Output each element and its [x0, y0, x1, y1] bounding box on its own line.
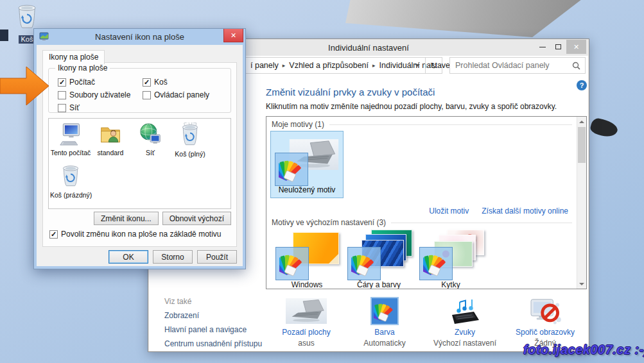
screensaver-icon — [528, 297, 562, 325]
checkbox-mark — [58, 91, 66, 99]
breadcrumb-separator-icon: ▸ — [372, 62, 376, 69]
maximize-button[interactable] — [550, 40, 566, 53]
theme-tile-unsaved[interactable]: Neuložený motiv — [270, 131, 344, 198]
search-input[interactable] — [450, 58, 585, 73]
theme-fan-icon — [347, 247, 381, 280]
recycle-bin-empty-icon — [60, 164, 82, 188]
color-value: Automaticky — [345, 339, 424, 348]
color-icon — [370, 297, 399, 325]
theme-fan-icon — [419, 247, 453, 280]
scrollbar[interactable] — [577, 117, 586, 289]
checkbox-user-files[interactable]: Soubory uživatele — [58, 90, 130, 99]
checkbox-allow-theme-icons[interactable]: ✓ Povolit změnu ikon na ploše na základě… — [49, 230, 221, 239]
theme-tile-label: Kytky — [415, 280, 487, 289]
sounds-icon — [448, 297, 482, 325]
save-theme-link[interactable]: Uložit motiv — [429, 207, 469, 215]
dialog-close-button[interactable]: ✕ — [223, 29, 243, 42]
desktop-background-item[interactable]: Pozadí plochy asus — [266, 296, 346, 348]
cancel-button[interactable]: Storno — [153, 250, 193, 264]
breadcrumb-separator-icon: ▸ — [283, 62, 286, 69]
close-button[interactable]: ✕ — [566, 40, 586, 54]
color-item[interactable]: Barva Automaticky — [345, 296, 424, 348]
dialog-titlebar[interactable]: Nastavení ikon na ploše — [34, 29, 245, 45]
sounds-item[interactable]: Zvuky Výchozí nastavení — [425, 296, 505, 348]
checkbox-control-panel[interactable]: Ovládací panely — [143, 90, 209, 99]
desktop-icon-settings-dialog: Nastavení ikon na ploše ✕ Ikony na ploše… — [33, 28, 246, 269]
checkbox-mark: ✓ — [58, 78, 66, 87]
page-subtitle: Kliknutím na motiv změníte najednou poza… — [266, 102, 557, 111]
sounds-label: Zvuky — [425, 328, 505, 337]
my-themes-header: Moje motivy (1) — [272, 120, 572, 129]
desktop-background-value: asus — [266, 339, 346, 348]
color-label: Barva — [345, 328, 424, 337]
theme-tile-windows[interactable]: Windows — [271, 228, 343, 289]
theme-tile-flowers[interactable]: Kytky — [415, 228, 487, 289]
theme-fan-icon — [275, 153, 308, 186]
tab-page: Ikony na ploše ✓ Počítač ✓ Koš Soubory u… — [42, 62, 237, 247]
wallpaper-laptop-lid — [345, 0, 588, 37]
page-title: Změnit vizuální prvky a zvuky v počítači — [266, 87, 435, 97]
watermark: foto.ijacek007.cz :-) — [523, 342, 644, 357]
desktop: Koš Individuální nastavení ✕ í panely ▸ … — [0, 0, 644, 363]
theme-tile-label: Windows — [271, 280, 343, 289]
sounds-value: Výchozí nastavení — [425, 339, 505, 348]
dialog-title: Nastavení ikon na ploše — [34, 32, 245, 42]
tab-desktop-icons[interactable]: Ikony na ploše — [42, 50, 105, 64]
checkbox-mark: ✓ — [143, 78, 151, 87]
search-box — [449, 57, 586, 74]
get-more-themes-link[interactable]: Získat další motivy online — [482, 207, 568, 215]
theme-fan-icon — [275, 247, 309, 280]
minimize-button[interactable] — [534, 40, 550, 53]
checkbox-network[interactable]: Síť — [58, 103, 80, 112]
breadcrumb-item-appearance[interactable]: Vzhled a přizpůsobení — [289, 61, 369, 70]
display-settings-icon — [39, 32, 49, 41]
checkbox-mark — [58, 104, 66, 112]
desktop-background-label: Pozadí plochy — [266, 328, 346, 337]
recycle-bin-full-icon — [179, 122, 201, 147]
icon-item-computer[interactable]: Tento počítač — [50, 122, 91, 156]
screensaver-item[interactable]: Spořič obrazovky Žádný — [505, 296, 585, 348]
theme-tile-label: Neuložený motiv — [271, 185, 343, 194]
icon-preview-list: Tento počítač standard Síť Koš (plný) — [48, 118, 231, 209]
checkbox-mark — [143, 91, 151, 99]
recycle-bin-icon — [15, 3, 39, 30]
scroll-up-icon[interactable] — [577, 117, 586, 126]
icon-item-user-folder[interactable]: standard — [90, 122, 131, 156]
theme-tile-label: Čáry a barvy — [343, 280, 415, 289]
icon-item-bin-full[interactable]: Koš (plný) — [170, 122, 211, 158]
refresh-button[interactable]: ↻ — [425, 58, 442, 73]
ok-button[interactable]: OK — [109, 250, 148, 264]
sidebar-link-display[interactable]: Zobrazení — [164, 311, 199, 320]
icon-item-network[interactable]: Síť — [130, 122, 171, 156]
icon-item-bin-empty[interactable]: Koš (prázdný) — [50, 164, 91, 199]
network-icon — [139, 122, 162, 146]
dialog-content: Ikony na ploše Ikony na ploše ✓ Počítač … — [37, 45, 243, 266]
scrollbar-thumb[interactable] — [578, 127, 586, 163]
checkbox-mark: ✓ — [49, 230, 58, 239]
screensaver-label: Spořič obrazovky — [505, 328, 585, 337]
checkbox-computer[interactable]: ✓ Počítač — [58, 78, 95, 87]
desktop-icons-group: Ikony na ploše ✓ Počítač ✓ Koš Soubory u… — [48, 68, 231, 113]
see-also-header: Viz také — [164, 297, 191, 306]
wallpaper-laptop-hinge — [589, 117, 620, 139]
computer-icon — [59, 122, 82, 146]
breadcrumb-dropdown-button[interactable] — [410, 58, 424, 73]
breadcrumb-item-control-panel[interactable]: í panely — [250, 61, 279, 70]
checkbox-recycle-bin[interactable]: ✓ Koš — [143, 78, 168, 87]
default-themes-header: Motivy ve výchozím nastavení (3) — [272, 218, 572, 227]
restore-default-button[interactable]: Obnovit výchozí — [162, 212, 231, 225]
annotation-arrow-icon — [0, 65, 50, 106]
apply-button[interactable]: Použít — [197, 250, 237, 264]
desktop-background-icon — [286, 298, 327, 325]
change-icon-button[interactable]: Změnit ikonu... — [94, 212, 159, 225]
group-label: Ikony na ploše — [55, 63, 110, 72]
user-folder-icon — [99, 122, 122, 146]
theme-browser: Moje motivy (1) Neuložený motiv Uložit m… — [266, 116, 587, 289]
sidebar-link-ease-of-access[interactable]: Centrum usnadnění přístupu — [164, 339, 262, 348]
help-icon[interactable]: ? — [577, 80, 587, 90]
sidebar-link-taskbar[interactable]: Hlavní panel a navigace — [164, 325, 247, 334]
chevron-down-icon — [415, 64, 420, 67]
scroll-down-icon[interactable] — [577, 279, 586, 289]
theme-tile-lines-colors[interactable]: Čáry a barvy — [343, 228, 415, 289]
search-icon[interactable] — [572, 62, 580, 70]
